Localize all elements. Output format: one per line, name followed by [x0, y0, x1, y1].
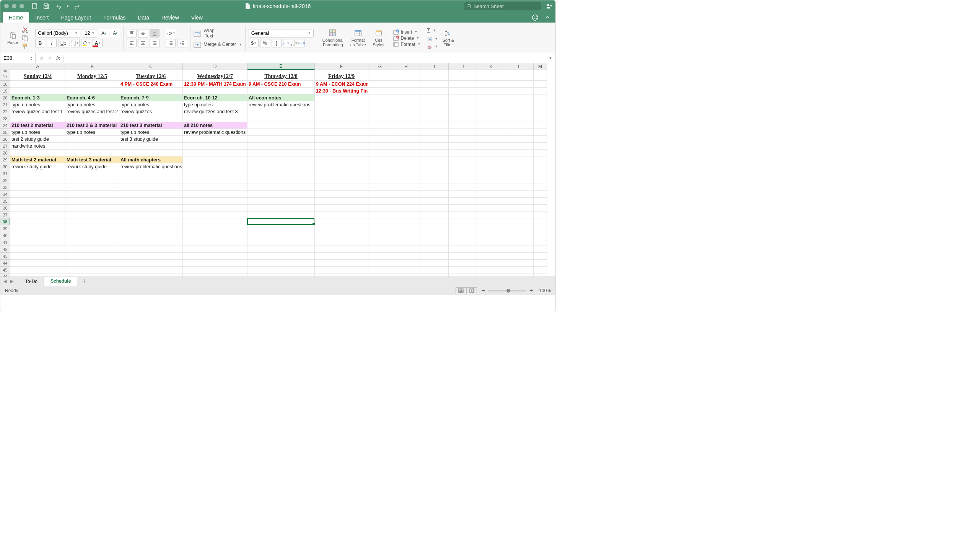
- wrap-text-button[interactable]: WrapText: [194, 28, 242, 38]
- cell-L36[interactable]: [505, 205, 534, 212]
- column-header-F[interactable]: F: [315, 63, 368, 70]
- align-bottom-icon[interactable]: [150, 29, 160, 37]
- sheet-nav-next-icon[interactable]: ▶: [9, 279, 15, 284]
- cell-K37[interactable]: [477, 212, 505, 218]
- cell-L28[interactable]: [505, 150, 534, 156]
- align-right-icon[interactable]: [150, 39, 160, 47]
- cell-C35[interactable]: [119, 198, 183, 205]
- cell-A39[interactable]: [10, 225, 65, 232]
- row-header-35[interactable]: 35: [0, 198, 10, 205]
- cell-E29[interactable]: [247, 156, 315, 163]
- column-header-E[interactable]: E: [247, 63, 315, 70]
- fill-color-button[interactable]: ▾: [81, 39, 91, 47]
- cell-G41[interactable]: [368, 239, 392, 246]
- tab-insert[interactable]: Insert: [29, 12, 55, 23]
- decrease-font-icon[interactable]: A▾: [110, 29, 120, 37]
- cell-M36[interactable]: [534, 205, 547, 212]
- cell-G45[interactable]: [368, 267, 392, 273]
- cell-M34[interactable]: [534, 191, 547, 198]
- cell-B45[interactable]: [65, 267, 119, 273]
- format-as-table-button[interactable]: Formatas Table: [348, 28, 368, 48]
- cell-L41[interactable]: [505, 239, 534, 246]
- cell-J42[interactable]: [449, 246, 477, 253]
- cell-H37[interactable]: [392, 212, 420, 218]
- cell-C32[interactable]: [119, 177, 183, 184]
- cell-A37[interactable]: [10, 212, 65, 218]
- cell-C34[interactable]: [119, 191, 183, 198]
- cell-K23[interactable]: [477, 115, 505, 122]
- cell-A20[interactable]: Econ ch. 1-3: [10, 94, 65, 101]
- fx-icon[interactable]: fx: [56, 55, 63, 61]
- cell-K36[interactable]: [477, 205, 505, 212]
- cell-J44[interactable]: [449, 260, 477, 267]
- orientation-icon[interactable]: ab▾: [166, 29, 176, 37]
- comma-format-icon[interactable]: ❳: [272, 39, 282, 47]
- cell-K42[interactable]: [477, 246, 505, 253]
- cell-M31[interactable]: [534, 170, 547, 177]
- name-box[interactable]: E38 ▴▾: [0, 53, 36, 63]
- cell-B35[interactable]: [65, 198, 119, 205]
- cell-E37[interactable]: [247, 212, 315, 218]
- cell-I29[interactable]: [420, 156, 449, 163]
- row-header-42[interactable]: 42: [0, 246, 10, 253]
- cell-H44[interactable]: [392, 260, 420, 267]
- delete-cells-button[interactable]: Delete▼: [393, 36, 421, 41]
- row-header-41[interactable]: 41: [0, 239, 10, 246]
- cell-L38[interactable]: [505, 218, 534, 225]
- cell-styles-button[interactable]: CellStyles: [371, 28, 387, 48]
- cell-A45[interactable]: [10, 267, 65, 273]
- row-header-30[interactable]: 30: [0, 163, 10, 170]
- cell-J24[interactable]: [449, 122, 477, 129]
- cell-M30[interactable]: [534, 163, 547, 170]
- cell-K29[interactable]: [477, 156, 505, 163]
- insert-cells-button[interactable]: Insert▼: [393, 29, 421, 35]
- cell-J19[interactable]: [449, 88, 477, 94]
- cell-D34[interactable]: [183, 191, 247, 198]
- cell-G34[interactable]: [368, 191, 392, 198]
- cell-K18[interactable]: [477, 81, 505, 88]
- cell-B24[interactable]: 210 test 2 & 3 material: [65, 122, 119, 129]
- search-sheet[interactable]: [464, 2, 541, 10]
- cell-K32[interactable]: [477, 177, 505, 184]
- cell-G23[interactable]: [368, 115, 392, 122]
- cell-C24[interactable]: 210 test 3 material: [119, 122, 183, 129]
- cell-H31[interactable]: [392, 170, 420, 177]
- column-header-B[interactable]: B: [65, 63, 119, 70]
- cell-A38[interactable]: [10, 218, 65, 225]
- cell-H20[interactable]: [392, 94, 420, 101]
- cell-D39[interactable]: [183, 225, 247, 232]
- cell-I34[interactable]: [420, 191, 449, 198]
- cell-G29[interactable]: [368, 156, 392, 163]
- cell-A31[interactable]: [10, 170, 65, 177]
- cell-B34[interactable]: [65, 191, 119, 198]
- cell-G20[interactable]: [368, 94, 392, 101]
- cell-D42[interactable]: [183, 246, 247, 253]
- cell-J43[interactable]: [449, 253, 477, 260]
- cell-F36[interactable]: [315, 205, 368, 212]
- cell-F30[interactable]: [315, 163, 368, 170]
- cell-E38[interactable]: [247, 218, 315, 225]
- cell-A23[interactable]: [10, 115, 65, 122]
- cell-G24[interactable]: [368, 122, 392, 129]
- cell-A40[interactable]: [10, 232, 65, 239]
- tab-formulas[interactable]: Formulas: [97, 12, 132, 23]
- cell-F19[interactable]: 12:30 - Bus Writing Final: [315, 88, 368, 94]
- cell-A25[interactable]: type up notes: [10, 129, 65, 136]
- cell-H23[interactable]: [392, 115, 420, 122]
- cell-K27[interactable]: [477, 143, 505, 150]
- cell-H29[interactable]: [392, 156, 420, 163]
- cell-B23[interactable]: [65, 115, 119, 122]
- cell-A27[interactable]: handwrite notes: [10, 143, 65, 150]
- cell-F22[interactable]: [315, 108, 368, 115]
- cell-H38[interactable]: [392, 218, 420, 225]
- format-painter-icon[interactable]: [22, 43, 29, 50]
- cell-I27[interactable]: [420, 143, 449, 150]
- cell-L33[interactable]: [505, 184, 534, 191]
- cell-L25[interactable]: [505, 129, 534, 136]
- cell-H35[interactable]: [392, 198, 420, 205]
- cell-E20[interactable]: All econ notes: [247, 94, 315, 101]
- cell-F23[interactable]: [315, 115, 368, 122]
- cell-D36[interactable]: [183, 205, 247, 212]
- cell-H21[interactable]: [392, 101, 420, 108]
- select-all-corner[interactable]: [0, 63, 10, 70]
